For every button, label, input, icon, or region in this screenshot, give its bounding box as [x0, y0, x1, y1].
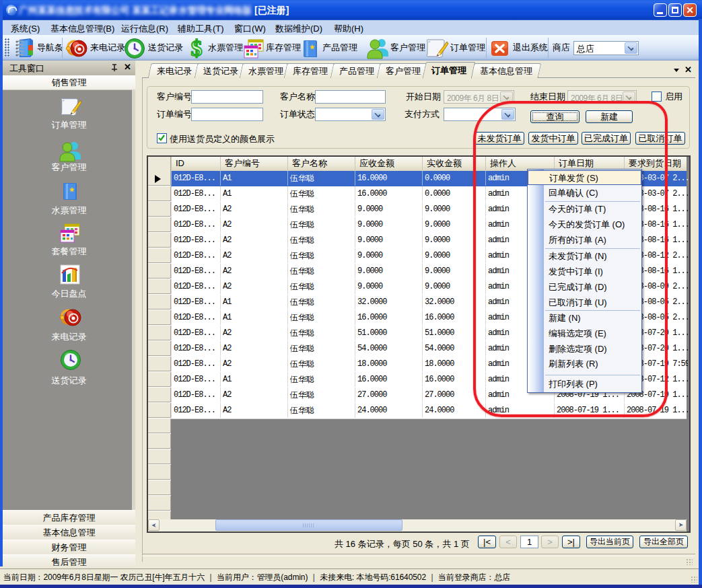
svg-text:$: $ — [191, 37, 203, 60]
